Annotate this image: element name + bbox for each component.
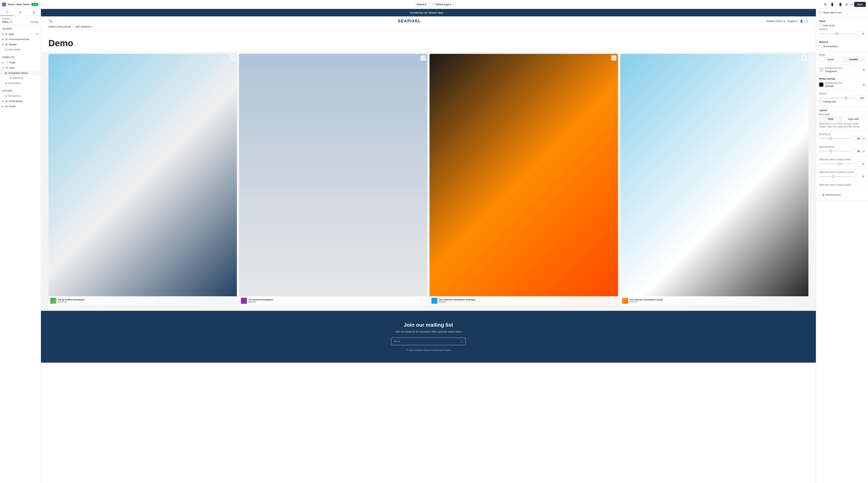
nav-locale[interactable]: Greece | EUR € ▾ (766, 20, 785, 23)
add-section-label: Add section (8, 48, 21, 51)
desktop-view-button[interactable]: 🖥 (823, 2, 828, 7)
nav-lang[interactable]: English ▾ (787, 20, 798, 23)
more-button[interactable]: ··· (40, 2, 44, 7)
bg-color-edit-button[interactable]: ⊞ (863, 68, 865, 71)
page-width-button[interactable]: Page width (842, 117, 865, 121)
spacing-bottom-slider[interactable] (819, 151, 850, 151)
nav-apps-button[interactable]: ⊞ (27, 9, 41, 16)
auto-scroll-checkbox[interactable] (819, 24, 822, 27)
spacing-top-unit: px (863, 137, 865, 140)
modal-overlay-section: Modal overlay Background color #000000 ⊞ (816, 75, 868, 90)
show-buttons-checkbox[interactable] (819, 45, 822, 48)
hide-button[interactable]: 👁 (36, 33, 38, 35)
mobile-view-button[interactable]: 📲 (837, 2, 843, 7)
topbar-left: Sense - Main Theme Live ··· (2, 2, 289, 7)
cart-icon[interactable]: 🛒 (805, 20, 808, 23)
default-dropdown[interactable]: Default ▾ (415, 2, 428, 7)
sidebar-item-footer[interactable]: ▶ ▤ Footer (0, 104, 41, 109)
spacing-bottom-section: Spacing bottom 36 px (816, 143, 868, 156)
shape-rounded-button[interactable]: rounded (842, 57, 865, 62)
sidebar-item-announcement-bar[interactable]: ▶ ▤ Announcement bar (0, 36, 41, 42)
add-block-button[interactable]: ⊕ Add block (0, 76, 25, 81)
live-badge: Live (31, 3, 38, 6)
nav-sections-button[interactable]: ☰ (0, 9, 13, 16)
tablet-view-button[interactable]: 📱 (829, 2, 835, 7)
plus-icon-4: ⊕ (5, 94, 7, 97)
sidebar-item-email-signup[interactable]: ▶ ▤ Email signup (0, 98, 41, 104)
template-section-header: Template (0, 55, 41, 60)
undo-button[interactable]: ↩ (850, 3, 853, 6)
bg-color-section: Background color Transparent ⊞ (816, 64, 868, 75)
bg-color-row: Background color Transparent ⊞ (819, 67, 865, 73)
apps-icon-2: ⊞ (6, 66, 8, 69)
template-section: Template ▶ 📄 Page ▼ ⊞ Apps ▶ Shoppable V… (0, 54, 41, 87)
template-section-title: Template (2, 56, 15, 59)
bg-color-swatch[interactable] (819, 67, 824, 72)
spacing-top-slider-row: 36 px (819, 136, 865, 141)
app-icon (2, 3, 6, 6)
modal-bg-edit-button[interactable]: ⊞ (863, 83, 865, 86)
nav-demo-catalogue[interactable]: DEMO CATALOGUE (49, 25, 71, 28)
expand-icon-5: ▼ (2, 67, 4, 69)
expand-icon-6: ▶ (2, 100, 4, 102)
template-add-section-button[interactable]: ⊕ Add section (0, 81, 23, 86)
left-sidebar: ☰ ⚙ ⊞ Preview Demo 🔗 Change Header ▶ ⊞ A… (0, 9, 41, 483)
slides-large-input[interactable]: 4 (855, 162, 865, 166)
header-add-section-button[interactable]: ⊕ Add section (0, 47, 23, 52)
slides-large-label: Slides per view on large screens (819, 158, 865, 161)
change-button[interactable]: Change (30, 21, 38, 23)
product-text-0: The 3p Fulfilled Snowboard $2,629.95 (58, 299, 235, 303)
spacing-top-input[interactable]: 36 (851, 136, 861, 141)
sidebar-item-apps-template[interactable]: ▼ ⊞ Apps (0, 65, 41, 70)
overlay-blur-checkbox[interactable] (819, 101, 822, 103)
spacing-top-slider[interactable] (819, 138, 850, 139)
sidebar-nav: ☰ ⚙ ⊞ (0, 9, 41, 16)
product-thumb-2 (431, 298, 437, 304)
plus-icon: ⊕ (5, 48, 7, 51)
shape-square-button[interactable]: square (819, 57, 842, 62)
modal-bg-swatch[interactable] (819, 82, 824, 87)
layout-label: Layout (819, 109, 865, 112)
account-icon[interactable]: 👤 (800, 20, 803, 23)
expand-button-1[interactable]: ⛶ (421, 55, 426, 61)
video-icon: ▶ (5, 72, 7, 74)
email-submit-button[interactable]: → (457, 338, 465, 345)
product-name-3: The Collection Snowboard: Liquid (629, 299, 807, 301)
product-price-1: $629.95 (248, 301, 426, 303)
nav-settings-button[interactable]: ⚙ (13, 9, 27, 16)
remove-block-button[interactable]: 🗑 Remove block (819, 192, 865, 198)
split-view-button[interactable]: ⊞ (844, 2, 849, 7)
sidebar-item-label: Apps (8, 33, 14, 35)
sidebar-item-header[interactable]: ▶ ▤ Header (0, 42, 41, 47)
expand-button-3[interactable]: ⛶ (802, 55, 807, 61)
duration-slider[interactable] (819, 33, 854, 34)
sidebar-item-label-shoppable: Shoppable Videos (8, 72, 28, 74)
bg-color-value: Transparent (825, 70, 842, 73)
show-add-to-cart-label: Show add to cart (823, 11, 841, 14)
footer-add-section-button[interactable]: ⊕ Add section (0, 93, 23, 98)
opacity-slider[interactable] (819, 97, 854, 98)
fluid-button[interactable]: Fluid (819, 117, 842, 121)
expand-button-0[interactable]: ⛶ (230, 55, 235, 61)
default-page-dropdown[interactable]: 📄 Default page ▾ (430, 2, 454, 7)
expand-button-2[interactable]: ⛶ (611, 55, 617, 61)
sidebar-item-apps-header[interactable]: ▶ ⊞ Apps 👁 (0, 31, 41, 36)
spacing-bottom-input[interactable]: 36 (851, 149, 861, 153)
email-input[interactable] (391, 338, 457, 345)
search-icon[interactable]: 🔍 (49, 19, 53, 23)
sidebar-item-page[interactable]: ▶ 📄 Page (0, 60, 41, 65)
show-add-to-cart-checkbox[interactable] (819, 11, 822, 14)
duration-input[interactable]: 5 (855, 31, 865, 36)
slides-large-section: Slides per view on large screens 4 (816, 156, 868, 169)
nav-app-demos[interactable]: APP DEMOS ▾ (75, 25, 92, 28)
slides-large-slider-row: 4 (819, 162, 865, 166)
sidebar-item-shoppable-videos[interactable]: ▶ Shoppable Videos (0, 70, 41, 76)
slides-medium-input[interactable]: 3 (855, 174, 865, 179)
save-button[interactable]: Save (854, 2, 866, 7)
footer-section-title: Footer (2, 90, 12, 92)
slides-large-slider[interactable] (819, 164, 854, 164)
opacity-input[interactable]: 0.8 (855, 95, 865, 100)
slides-medium-slider[interactable] (819, 176, 854, 177)
show-add-to-cart-section: Show add to cart (816, 9, 868, 18)
bg-color-text-wrap: Background color Transparent (825, 67, 842, 73)
